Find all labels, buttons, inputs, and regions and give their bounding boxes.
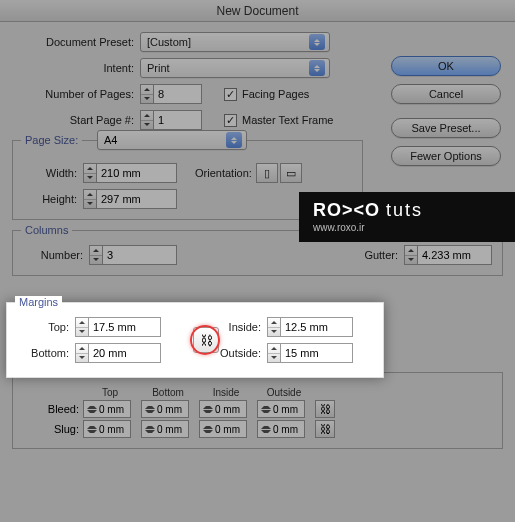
stepper-arrows-icon[interactable] [75,343,89,363]
margins-legend: Margins [15,296,62,308]
slug-inside-input[interactable]: 0 mm [199,420,247,438]
height-field[interactable] [97,189,177,209]
height-input[interactable] [83,189,177,209]
facing-pages-label: Facing Pages [242,88,309,100]
document-preset-label: Document Preset: [12,36,140,48]
width-label: Width: [23,167,83,179]
cancel-button[interactable]: Cancel [391,84,501,104]
stepper-arrows-icon[interactable] [89,245,103,265]
width-field[interactable] [97,163,177,183]
margin-inside-field[interactable] [281,317,353,337]
chevron-updown-icon [309,34,325,50]
margin-bottom-label: Bottom: [17,347,75,359]
slug-link-icon[interactable]: ⛓ [315,420,335,438]
bleed-outside-input[interactable]: 0 mm [257,400,305,418]
col-bottom: Bottom [141,387,195,398]
dialog-body: OK Cancel Save Preset... Fewer Options D… [0,22,515,471]
gutter-input[interactable] [404,245,492,265]
orientation-landscape-icon[interactable]: ▭ [280,163,302,183]
fewer-options-button[interactable]: Fewer Options [391,146,501,166]
columns-number-field[interactable] [103,245,177,265]
slug-outside-input[interactable]: 0 mm [257,420,305,438]
margin-top-field[interactable] [89,317,161,337]
page-size-legend: Page Size: [21,134,82,146]
columns-number-input[interactable] [89,245,177,265]
stepper-arrows-icon[interactable] [267,343,281,363]
stepper-arrows-icon[interactable] [140,110,154,130]
columns-number-label: Number: [23,249,89,261]
roxo-url: www.roxo.ir [313,222,501,233]
master-text-frame-label: Master Text Frame [242,114,334,126]
col-outside: Outside [257,387,311,398]
margins-link-icon[interactable]: ⛓ [193,327,219,353]
slug-label: Slug: [23,423,79,435]
pages-field[interactable] [154,84,202,104]
stepper-arrows-icon[interactable] [75,317,89,337]
margin-inside-input[interactable] [267,317,353,337]
slug-top-input[interactable]: 0 mm [83,420,131,438]
ok-button[interactable]: OK [391,56,501,76]
columns-legend: Columns [21,224,72,236]
facing-pages-checkbox[interactable]: ✓ [224,88,237,101]
margin-bottom-field[interactable] [89,343,161,363]
slug-bottom-input[interactable]: 0 mm [141,420,189,438]
stepper-arrows-icon[interactable] [267,317,281,337]
margin-bottom-input[interactable] [75,343,161,363]
height-label: Height: [23,193,83,205]
margin-top-label: Top: [17,321,75,333]
page-size-value: A4 [104,134,117,146]
stepper-arrows-icon[interactable] [140,84,154,104]
roxo-logo-text: RO><O [313,200,380,220]
number-of-pages-label: Number of Pages: [12,88,140,100]
margin-top-input[interactable] [75,317,161,337]
margin-outside-input[interactable] [267,343,353,363]
col-inside: Inside [199,387,253,398]
roxo-suffix: tuts [386,200,423,220]
intent-select[interactable]: Print [140,58,330,78]
margins-group: Margins Top: Inside: Bottom: Outside: ⛓ [6,302,384,378]
col-top: Top [83,387,137,398]
button-column: OK Cancel Save Preset... Fewer Options [391,56,501,174]
intent-label: Intent: [12,62,140,74]
bleed-label: Bleed: [23,403,79,415]
margin-outside-field[interactable] [281,343,353,363]
orientation-label: Orientation: [195,167,252,179]
document-preset-value: [Custom] [147,36,191,48]
start-page-input[interactable] [140,110,202,130]
bleed-bottom-input[interactable]: 0 mm [141,400,189,418]
chevron-updown-icon [226,132,242,148]
orientation-portrait-icon[interactable]: ▯ [256,163,278,183]
bleed-inside-input[interactable]: 0 mm [199,400,247,418]
titlebar: New Document [0,0,515,22]
save-preset-button[interactable]: Save Preset... [391,118,501,138]
gutter-field[interactable] [418,245,492,265]
roxo-watermark: RO><Otuts www.roxo.ir [299,192,515,242]
width-input[interactable] [83,163,177,183]
document-preset-select[interactable]: [Custom] [140,32,330,52]
bleed-top-input[interactable]: 0 mm [83,400,131,418]
start-page-label: Start Page #: [12,114,140,126]
bleed-link-icon[interactable]: ⛓ [315,400,335,418]
stepper-arrows-icon[interactable] [83,189,97,209]
chevron-updown-icon [309,60,325,76]
bleed-slug-group: Bleed and Slug Top Bottom Inside Outside… [12,372,503,449]
start-page-field[interactable] [154,110,202,130]
stepper-arrows-icon[interactable] [404,245,418,265]
intent-value: Print [147,62,170,74]
stepper-arrows-icon[interactable] [83,163,97,183]
number-of-pages-input[interactable] [140,84,202,104]
page-size-select[interactable]: A4 [97,130,247,150]
master-text-frame-checkbox[interactable]: ✓ [224,114,237,127]
gutter-label: Gutter: [354,249,404,261]
